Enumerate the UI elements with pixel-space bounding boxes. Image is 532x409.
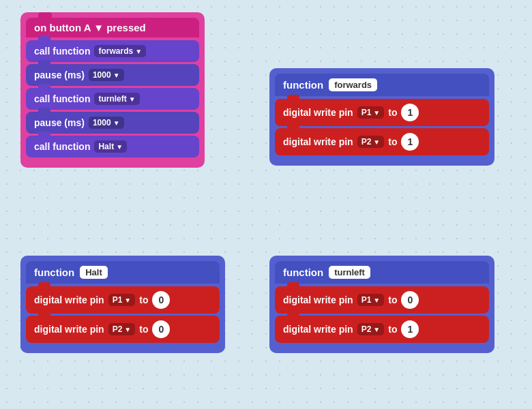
- function-turnleft-keyword: function: [283, 267, 323, 278]
- turnleft-digital-write-p2-label: digital write pin: [283, 324, 353, 335]
- halt-value-p2: 0: [152, 320, 170, 338]
- value-p2: 1: [401, 133, 419, 151]
- turnleft-to-label-p2: to: [388, 324, 397, 335]
- turnleft-pin-p2-dropdown[interactable]: P2 ▼: [357, 323, 385, 335]
- halt-digital-write-p1-label: digital write pin: [34, 294, 104, 305]
- pause-block-1: pause (ms) 1000 ▼: [26, 64, 199, 86]
- function-turnleft-name: turnleft: [329, 266, 370, 279]
- turnleft-digital-write-p2-row: digital write pin P2 ▼ to 1: [275, 316, 489, 343]
- call-halt-block: call function Halt ▼: [26, 136, 199, 157]
- halt-pin-p2-dropdown[interactable]: P2 ▼: [108, 323, 136, 335]
- halt-digital-write-p2-row: digital write pin P2 ▼ to 0: [26, 316, 220, 343]
- halt-digital-write-p1-row: digital write pin P1 ▼ to 0: [26, 286, 220, 314]
- call-forwards-dropdown[interactable]: forwards ▼: [94, 45, 146, 57]
- digital-write-p1-row: digital write pin P1 ▼ to 1: [275, 99, 489, 126]
- turnleft-value-p1: 0: [401, 291, 419, 309]
- on-button-label: on button A ▼ pressed: [34, 22, 146, 33]
- pause-value-1[interactable]: 1000 ▼: [89, 69, 124, 81]
- function-halt-header: function Halt: [26, 261, 220, 284]
- digital-write-p2-row: digital write pin P2 ▼ to 1: [275, 128, 489, 155]
- digital-write-p2-label: digital write pin: [283, 136, 353, 147]
- value-p1: 1: [401, 104, 419, 121]
- pause-block-2: pause (ms) 1000 ▼: [26, 112, 199, 134]
- function-turnleft-block: function turnleft digital write pin P1 ▼…: [269, 256, 494, 353]
- call-halt-text: call function: [34, 141, 90, 152]
- function-halt-keyword: function: [34, 267, 74, 278]
- turnleft-pin-p1-dropdown[interactable]: P1 ▼: [357, 294, 385, 306]
- halt-to-label-p2: to: [139, 324, 148, 335]
- to-label-p2: to: [388, 136, 397, 147]
- on-button-header: on button A ▼ pressed: [26, 18, 199, 37]
- pause-value-2[interactable]: 1000 ▼: [89, 117, 124, 129]
- function-forwards-name: forwards: [329, 78, 377, 91]
- halt-to-label-p1: to: [139, 294, 148, 305]
- call-forwards-block: call function forwards ▼: [26, 40, 199, 62]
- call-halt-dropdown[interactable]: Halt ▼: [94, 140, 127, 153]
- turnleft-value-p2: 1: [401, 320, 419, 338]
- to-label-p1: to: [388, 107, 397, 118]
- digital-write-p1-label: digital write pin: [283, 107, 353, 118]
- on-button-block: on button A ▼ pressed call function forw…: [20, 12, 205, 168]
- turnleft-to-label-p1: to: [388, 294, 397, 305]
- pause-label-2: pause (ms): [34, 117, 85, 128]
- call-turnleft-block: call function turnleft ▼: [26, 88, 199, 110]
- function-forwards-header: function forwards: [275, 74, 489, 96]
- pin-p1-dropdown[interactable]: P1 ▼: [357, 106, 385, 119]
- function-forwards-keyword: function: [283, 79, 323, 91]
- call-turnleft-dropdown[interactable]: turnleft ▼: [94, 93, 139, 105]
- halt-value-p1: 0: [152, 291, 170, 309]
- call-forwards-text: call function: [34, 46, 90, 57]
- halt-digital-write-p2-label: digital write pin: [34, 324, 104, 335]
- function-halt-name: Halt: [80, 266, 108, 279]
- pause-label-1: pause (ms): [34, 70, 85, 80]
- turnleft-digital-write-p1-row: digital write pin P1 ▼ to 0: [275, 286, 489, 314]
- pin-p2-dropdown[interactable]: P2 ▼: [357, 136, 385, 148]
- halt-pin-p1-dropdown[interactable]: P1 ▼: [108, 294, 136, 306]
- function-forwards-block: function forwards digital write pin P1 ▼…: [269, 68, 494, 166]
- function-turnleft-header: function turnleft: [275, 261, 489, 284]
- turnleft-digital-write-p1-label: digital write pin: [283, 294, 353, 305]
- call-turnleft-text: call function: [34, 93, 90, 104]
- function-halt-block: function Halt digital write pin P1 ▼ to …: [20, 256, 225, 353]
